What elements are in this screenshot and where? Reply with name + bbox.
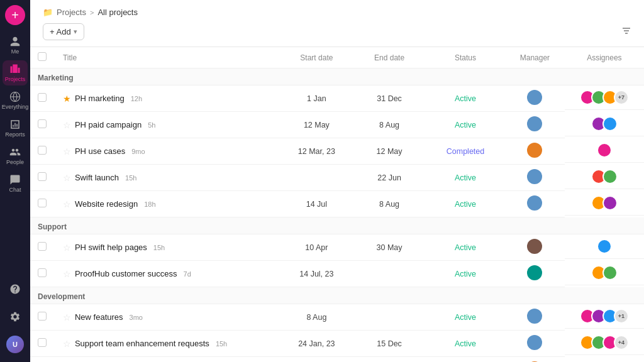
sidebar-item-avatar[interactable]: U: [3, 332, 28, 357]
manager-cell: [505, 357, 565, 363]
project-name: Support team enhancement requests: [75, 339, 209, 348]
row-checkbox[interactable]: [38, 312, 47, 321]
group-header: Development: [30, 287, 644, 304]
manager-cell: [505, 304, 565, 331]
star-icon[interactable]: ☆: [63, 339, 71, 349]
assignees-cell: [565, 165, 644, 189]
time-badge: 15h: [153, 244, 165, 251]
sidebar-item-help[interactable]: [3, 277, 28, 302]
end-date: 18 Jun: [353, 357, 426, 363]
star-icon[interactable]: ☆: [63, 199, 71, 209]
row-checkbox[interactable]: [38, 93, 47, 102]
col-title: Title: [55, 47, 280, 69]
col-status: Status: [426, 47, 505, 69]
manager-cell: [505, 331, 565, 357]
assignees-cell: +1: [565, 304, 644, 329]
star-icon[interactable]: ☆: [63, 120, 71, 130]
time-badge: 18h: [144, 200, 155, 208]
project-name: ProofHub customer success: [75, 269, 177, 278]
table-row[interactable]: ☆PH paid campaign5h12 May8 AugActive: [30, 112, 644, 138]
star-icon[interactable]: ☆: [63, 243, 71, 253]
sidebar-item-reports[interactable]: Reports: [3, 116, 28, 141]
status-cell: Active: [426, 165, 505, 191]
table-row[interactable]: ☆ProofHub customer success7d14 Jul, 23Ac…: [30, 261, 644, 287]
row-checkbox[interactable]: [38, 119, 47, 128]
row-checkbox[interactable]: [38, 172, 47, 181]
time-badge: 3mo: [130, 314, 143, 321]
group-header: Marketing: [30, 69, 644, 85]
status-badge: Active: [455, 94, 476, 103]
assignees-cell: [565, 357, 644, 363]
project-name: PH use cases: [75, 146, 125, 156]
manager-cell: [505, 261, 565, 287]
star-icon[interactable]: ★: [63, 94, 71, 104]
assignees-cell: [565, 112, 644, 136]
manager-cell: [505, 112, 565, 138]
projects-table: Title Start date End date Status Manager…: [30, 47, 644, 362]
end-date: 15 Dec: [353, 331, 426, 357]
filter-icon[interactable]: [621, 26, 631, 38]
manager-avatar: [527, 309, 542, 324]
manager-cell: [505, 138, 565, 165]
start-date: 14 Jul, 23: [280, 261, 353, 287]
status-cell: Active: [426, 234, 505, 261]
user-avatar: U: [6, 336, 24, 353]
status-badge: Active: [455, 339, 476, 348]
sidebar-label-reports: Reports: [5, 131, 25, 138]
row-checkbox[interactable]: [38, 199, 47, 207]
manager-avatar: [527, 335, 542, 350]
assignee-count: +1: [614, 309, 629, 324]
table-row[interactable]: ☆Swift launch15h22 JunActive: [30, 165, 644, 191]
status-cell: Active: [426, 331, 505, 357]
table-row[interactable]: ☆PH swift help pages15h10 Apr30 MayActiv…: [30, 234, 644, 261]
sidebar-item-projects[interactable]: Projects: [3, 60, 28, 85]
manager-avatar: [527, 265, 542, 280]
manager-avatar: [527, 90, 542, 105]
status-cell: Active: [426, 191, 505, 217]
status-badge: Completed: [447, 147, 484, 156]
row-checkbox[interactable]: [38, 242, 47, 251]
sidebar-label-people: People: [6, 159, 24, 165]
add-button[interactable]: + Add ▾: [43, 23, 84, 40]
project-name: Website redesign: [75, 199, 138, 209]
add-dropdown-icon[interactable]: ▾: [74, 28, 77, 36]
start-date: 14 Jul: [280, 191, 353, 217]
start-date: 12 Mar, 23: [280, 138, 353, 165]
select-all-checkbox[interactable]: [38, 52, 47, 61]
sidebar-item-me[interactable]: Me: [3, 33, 28, 58]
manager-cell: [505, 234, 565, 261]
breadcrumb-projects[interactable]: Projects: [57, 8, 86, 17]
project-name: PH paid campaign: [75, 120, 142, 129]
star-icon[interactable]: ☆: [63, 173, 71, 183]
sidebar-item-everything[interactable]: Everything: [3, 88, 28, 113]
sidebar-item-people[interactable]: People: [3, 143, 28, 168]
assignee-avatar: [602, 195, 618, 211]
table-row[interactable]: ☆Support team enhancement requests15h24 …: [30, 331, 644, 357]
manager-avatar: [527, 239, 542, 254]
assignees-cell: [565, 138, 644, 163]
add-button[interactable]: +: [5, 5, 25, 25]
status-badge: Active: [455, 121, 476, 129]
project-name: Swift launch: [75, 173, 119, 182]
status-cell: Active: [426, 85, 505, 112]
assignees-cell: [565, 191, 644, 216]
table-row[interactable]: ☆PH use cases9mo12 Mar, 2312 MayComplete…: [30, 138, 644, 165]
col-start-date: Start date: [280, 47, 353, 69]
sidebar-item-chat[interactable]: Chat: [3, 171, 28, 196]
star-icon[interactable]: ☆: [63, 146, 71, 156]
row-checkbox[interactable]: [38, 146, 47, 155]
table-row[interactable]: ☆Website redesign18h14 Jul8 AugActive: [30, 191, 644, 217]
row-checkbox[interactable]: [38, 268, 47, 277]
table-row[interactable]: ☆New features3mo8 AugActive+1: [30, 304, 644, 331]
row-checkbox[interactable]: [38, 338, 47, 347]
start-date: 24 Jan, 23: [280, 331, 353, 357]
assignee-avatar: [597, 239, 612, 254]
table-row[interactable]: ★PH marketing12h1 Jan31 DecActive+7: [30, 85, 644, 112]
sidebar-item-settings[interactable]: [3, 304, 28, 329]
status-cell: Active: [426, 112, 505, 138]
star-icon[interactable]: ☆: [63, 269, 71, 279]
table-row[interactable]: ☆Swift 1 testing3d12 Mar18 JunActive: [30, 357, 644, 363]
status-badge: Active: [455, 243, 476, 252]
star-icon[interactable]: ☆: [63, 312, 71, 322]
time-badge: 7d: [184, 270, 191, 278]
